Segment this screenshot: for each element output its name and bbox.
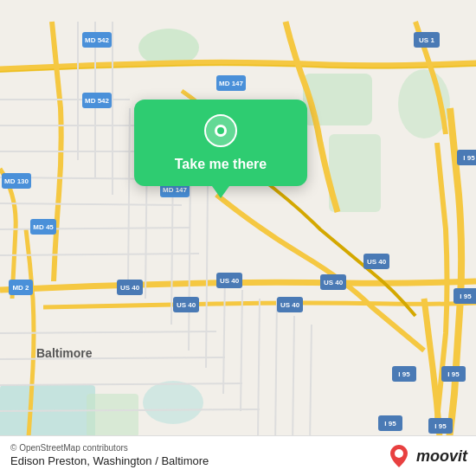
svg-text:US 40: US 40 <box>367 258 387 266</box>
callout-label: Take me there <box>175 157 267 172</box>
svg-text:Baltimore: Baltimore <box>36 346 93 360</box>
bottom-bar: © OpenStreetMap contributors Edison Pres… <box>0 435 476 476</box>
svg-text:US 40: US 40 <box>120 284 140 292</box>
svg-rect-6 <box>87 394 138 437</box>
moovit-logo: moovit <box>389 443 467 469</box>
svg-text:MD 542: MD 542 <box>85 36 110 44</box>
svg-text:I 95: I 95 <box>460 293 472 300</box>
svg-text:US 40: US 40 <box>280 301 300 309</box>
svg-text:MD 2: MD 2 <box>12 284 29 292</box>
svg-text:MD 45: MD 45 <box>33 223 54 231</box>
svg-text:I 95: I 95 <box>463 154 475 162</box>
svg-point-7 <box>143 381 203 424</box>
svg-text:US 40: US 40 <box>220 277 240 285</box>
svg-text:I 95: I 95 <box>398 370 410 378</box>
location-callout[interactable]: Take me there <box>134 100 307 186</box>
svg-text:I 95: I 95 <box>434 422 447 430</box>
svg-point-77 <box>395 449 403 458</box>
moovit-text: moovit <box>416 447 467 466</box>
svg-text:MD 147: MD 147 <box>163 186 188 194</box>
svg-text:US 1: US 1 <box>419 36 434 44</box>
map-background: MD 542 MD 147 MD 147 US 1 MD 542 MD 45 I… <box>0 0 476 476</box>
moovit-pin-icon <box>389 443 409 469</box>
svg-text:US 40: US 40 <box>324 279 344 286</box>
svg-text:US 40: US 40 <box>177 301 196 309</box>
location-pin-icon <box>202 112 240 150</box>
svg-text:MD 542: MD 542 <box>85 97 110 105</box>
svg-text:I 95: I 95 <box>447 370 460 378</box>
map-container: MD 542 MD 147 MD 147 US 1 MD 542 MD 45 I… <box>0 0 476 476</box>
svg-text:I 95: I 95 <box>384 420 396 428</box>
svg-text:MD 130: MD 130 <box>4 177 29 185</box>
svg-point-76 <box>217 127 224 134</box>
svg-text:MD 147: MD 147 <box>219 80 244 87</box>
